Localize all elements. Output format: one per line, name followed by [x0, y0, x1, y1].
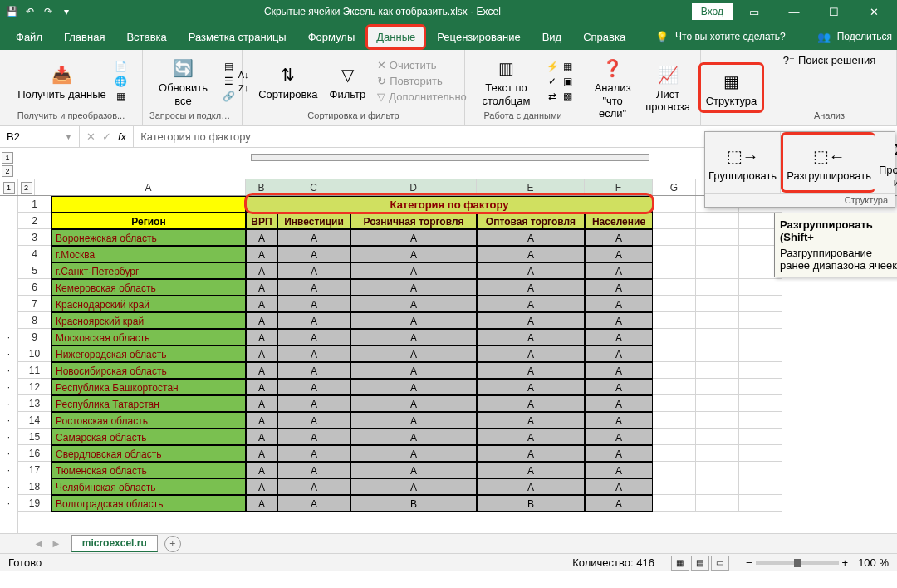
menu-формулы[interactable]: Формулы: [297, 24, 366, 50]
share-button[interactable]: Поделиться: [837, 31, 892, 42]
cell[interactable]: A: [477, 279, 585, 296]
enter-icon[interactable]: ✓: [102, 130, 111, 143]
cell[interactable]: A: [585, 229, 653, 246]
consolidate-icon[interactable]: ▣: [561, 75, 574, 88]
cell[interactable]: A: [246, 329, 277, 345]
cell[interactable]: A: [585, 445, 653, 462]
cell[interactable]: г.Санкт-Петербург: [51, 262, 246, 279]
cell[interactable]: [696, 462, 739, 478]
cell[interactable]: Кемеровская область: [51, 279, 246, 296]
cell[interactable]: A: [350, 379, 477, 395]
cell[interactable]: A: [277, 462, 350, 478]
cell[interactable]: [696, 262, 739, 279]
cell[interactable]: A: [477, 262, 585, 279]
cell[interactable]: Свердловская область: [51, 445, 246, 462]
cell[interactable]: [653, 196, 696, 213]
sort-button[interactable]: ⇅ Сортировка: [255, 60, 321, 103]
cell[interactable]: A: [585, 296, 653, 312]
flash-fill-icon[interactable]: ⚡: [546, 60, 559, 73]
properties-icon[interactable]: ☰: [222, 75, 235, 88]
cell[interactable]: [739, 279, 782, 296]
cell[interactable]: A: [585, 262, 653, 279]
cell[interactable]: A: [246, 412, 277, 429]
cell[interactable]: [653, 462, 696, 478]
cell[interactable]: [696, 246, 739, 262]
col-header-C[interactable]: C: [277, 179, 350, 195]
structure-button[interactable]: ▦ Структура: [698, 62, 765, 114]
cell[interactable]: [653, 312, 696, 329]
cell[interactable]: [696, 229, 739, 246]
cell[interactable]: A: [246, 462, 277, 478]
row-level-2[interactable]: 2: [21, 182, 32, 194]
save-icon[interactable]: 💾: [5, 5, 18, 18]
cell[interactable]: [696, 478, 739, 495]
cell[interactable]: A: [585, 395, 653, 412]
cell[interactable]: A: [277, 395, 350, 412]
cell[interactable]: [696, 329, 739, 345]
cell[interactable]: A: [246, 445, 277, 462]
cell[interactable]: Воронежская область: [51, 229, 246, 246]
cell[interactable]: A: [246, 395, 277, 412]
view-break-icon[interactable]: ▭: [711, 556, 729, 571]
cell[interactable]: A: [585, 345, 653, 362]
cell[interactable]: Регион: [51, 213, 246, 229]
cell[interactable]: A: [277, 445, 350, 462]
cell[interactable]: [653, 445, 696, 462]
cell[interactable]: A: [277, 379, 350, 395]
cell[interactable]: [653, 495, 696, 512]
cell[interactable]: A: [585, 379, 653, 395]
cell[interactable]: Население: [585, 213, 653, 229]
cell[interactable]: A: [350, 445, 477, 462]
cell[interactable]: A: [477, 362, 585, 379]
get-data-button[interactable]: 📥 Получить данные: [14, 60, 110, 103]
filter-button[interactable]: ▽ Фильтр: [326, 60, 370, 103]
cell[interactable]: A: [585, 412, 653, 429]
cell[interactable]: Красноярский край: [51, 312, 246, 329]
zoom-out-icon[interactable]: −: [746, 556, 752, 569]
cell[interactable]: A: [350, 312, 477, 329]
cell[interactable]: [653, 412, 696, 429]
cell[interactable]: [653, 296, 696, 312]
cell[interactable]: A: [585, 279, 653, 296]
menu-разметка страницы[interactable]: Разметка страницы: [178, 24, 297, 50]
col-header-A[interactable]: A: [51, 179, 246, 195]
cell[interactable]: A: [350, 246, 477, 262]
cell[interactable]: [653, 395, 696, 412]
cell[interactable]: A: [350, 412, 477, 429]
cell[interactable]: A: [246, 296, 277, 312]
cell[interactable]: Республика Башкортостан: [51, 379, 246, 395]
cell[interactable]: [696, 429, 739, 445]
menu-главная[interactable]: Главная: [53, 24, 115, 50]
add-sheet-button[interactable]: +: [164, 536, 181, 552]
text-to-columns-button[interactable]: ▥ Текст по столбцам: [472, 53, 541, 109]
cell[interactable]: [696, 213, 739, 229]
row-header[interactable]: 10: [18, 345, 51, 362]
cell[interactable]: [696, 412, 739, 429]
remove-dup-icon[interactable]: ▦: [561, 60, 574, 73]
cell[interactable]: ВРП: [246, 213, 277, 229]
minimize-icon[interactable]: —: [776, 1, 812, 22]
from-table-icon[interactable]: ▦: [115, 90, 128, 103]
cell[interactable]: [739, 296, 782, 312]
cell[interactable]: A: [246, 362, 277, 379]
name-box[interactable]: B2▼: [0, 126, 80, 147]
advanced-button[interactable]: ▽Дополнительно: [374, 90, 470, 104]
cell[interactable]: [696, 296, 739, 312]
cell[interactable]: Самарская область: [51, 429, 246, 445]
row-header[interactable]: 9: [18, 329, 51, 345]
cell[interactable]: Волгоградская область: [51, 495, 246, 512]
row-header[interactable]: 16: [18, 445, 51, 462]
group-button[interactable]: ⬚→ Группировать: [705, 132, 781, 193]
tab-prev-icon[interactable]: ◄: [33, 537, 44, 550]
menu-файл[interactable]: Файл: [5, 24, 53, 50]
menu-рецензирование[interactable]: Рецензирование: [426, 24, 531, 50]
cell[interactable]: A: [477, 345, 585, 362]
relationships-icon[interactable]: ⇄: [546, 90, 559, 103]
cell[interactable]: [739, 462, 782, 478]
cell[interactable]: г.Москва: [51, 246, 246, 262]
cell[interactable]: Челябинская область: [51, 478, 246, 495]
cell[interactable]: [653, 229, 696, 246]
cell[interactable]: A: [277, 312, 350, 329]
cell[interactable]: A: [277, 229, 350, 246]
cell[interactable]: A: [277, 362, 350, 379]
